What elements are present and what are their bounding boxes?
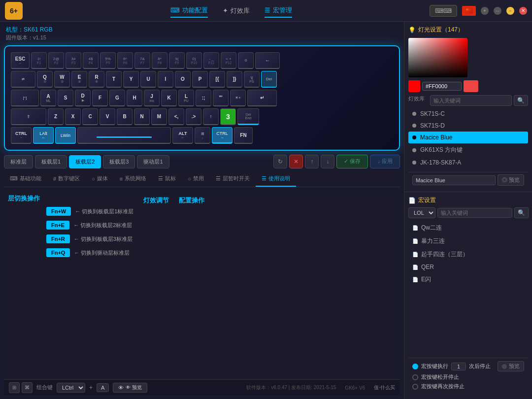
key-g[interactable]: G: [109, 90, 125, 106]
func-tab-numpad[interactable]: # 数字键区: [47, 171, 86, 187]
func-tab-basic[interactable]: ⌨ 基础功能: [4, 171, 47, 187]
key-up[interactable]: ↑: [203, 108, 219, 125]
preview-button[interactable]: 👁 👁 预览: [113, 383, 147, 393]
color-gradient[interactable]: [408, 38, 467, 77]
key-esc[interactable]: ESC~: [11, 52, 30, 69]
key-ctrl-r[interactable]: CTRL→: [212, 127, 233, 144]
key-r[interactable]: R④: [89, 71, 104, 88]
upload-btn[interactable]: ↑: [305, 155, 319, 168]
effect-item-1[interactable]: SK71S-D: [408, 120, 528, 132]
key-z[interactable]: Z: [48, 108, 64, 125]
a-button[interactable]: A: [97, 383, 109, 392]
key-k[interactable]: K: [161, 90, 177, 106]
key-shift-l[interactable]: ⇑: [11, 108, 46, 125]
effect-item-4[interactable]: JK-178-SK87-A: [408, 157, 528, 168]
light-preview-btn[interactable]: ◎ 预览: [498, 174, 524, 186]
key-4[interactable]: 4$F4: [83, 52, 99, 69]
key-q[interactable]: Q①: [37, 71, 53, 88]
key-shift-r[interactable]: DelEnd: [237, 108, 259, 125]
close-btn[interactable]: ✕: [519, 7, 527, 15]
key-n[interactable]: N: [134, 108, 150, 125]
macro-item-0[interactable]: 📄 Qw二连: [408, 221, 528, 234]
mac-btn[interactable]: ⌘: [22, 382, 33, 393]
key-period[interactable]: .>: [186, 108, 201, 125]
key-x[interactable]: X: [65, 108, 81, 125]
key-7[interactable]: 7&F7: [134, 52, 150, 69]
key-v[interactable]: V: [100, 108, 115, 125]
macro-search-input[interactable]: [437, 208, 512, 218]
key-del-right[interactable]: ⚙: [238, 52, 254, 69]
nav-tab-light[interactable]: ✦ 灯效库: [223, 4, 250, 18]
layer-tab-3[interactable]: 板载层3: [103, 155, 135, 168]
layer-tab-standard[interactable]: 标准层: [4, 155, 33, 168]
key-pg-dn[interactable]: 3: [220, 108, 236, 125]
key-1[interactable]: 1!F1: [31, 52, 47, 69]
key-l[interactable]: LPU: [178, 90, 194, 106]
key-fn[interactable]: FN: [234, 127, 253, 144]
key-m[interactable]: M: [151, 108, 167, 125]
key-8[interactable]: 8*F8: [152, 52, 167, 69]
effect-item-3[interactable]: GK61XS 方向键: [408, 143, 528, 157]
count-input[interactable]: [451, 363, 466, 370]
func-tab-system[interactable]: ≡ 系统网络: [114, 171, 152, 187]
key-backspace[interactable]: ←: [255, 52, 280, 69]
macro-item-4[interactable]: 📄 E闪: [408, 273, 528, 286]
key-t[interactable]: T: [106, 71, 122, 88]
macro-search-btn[interactable]: 🔍: [514, 207, 529, 218]
effect-item-0[interactable]: SK71S-C: [408, 108, 528, 120]
key-u[interactable]: U: [140, 71, 156, 88]
key-y[interactable]: Y: [123, 71, 139, 88]
key-tab[interactable]: ⇌: [11, 71, 35, 88]
key-caps[interactable]: [^]: [11, 90, 39, 106]
minimize-btn[interactable]: －: [506, 7, 514, 15]
func-tab-mouse[interactable]: ☰ 鼠标: [152, 171, 182, 187]
effect-item-2[interactable]: Macice Blue: [408, 132, 528, 143]
func-tab-disable[interactable]: ○ 禁用: [182, 171, 210, 187]
key-bracket-r[interactable]: ]}: [227, 71, 242, 88]
key-9[interactable]: 9(F9: [169, 52, 185, 69]
download-btn[interactable]: ↓: [321, 155, 334, 168]
add-btn[interactable]: +: [481, 7, 489, 15]
key-6[interactable]: 6^F6: [117, 52, 133, 69]
macro-category-select[interactable]: LOL: [408, 207, 435, 218]
key-lwin[interactable]: LWin: [55, 127, 76, 144]
key-a[interactable]: AML: [40, 90, 56, 106]
macro-item-1[interactable]: 📄 暴力三连: [408, 234, 528, 248]
key-enter[interactable]: ↵: [247, 90, 277, 106]
key-w[interactable]: W②: [54, 71, 70, 88]
key-b[interactable]: B: [117, 108, 133, 125]
key-del2[interactable]: Del: [261, 71, 277, 88]
windows-btn[interactable]: ⊞: [9, 382, 20, 393]
refresh-btn[interactable]: ↻: [273, 155, 287, 168]
key-backslash[interactable]: \|PS: [244, 71, 260, 88]
effect-item-5[interactable]: JK-178-SK87-B: [408, 168, 528, 172]
nav-tab-function[interactable]: ⌨ 功能配置: [170, 4, 208, 18]
color-confirm-btn[interactable]: [464, 80, 478, 92]
keyboard-device-btn[interactable]: ⌨⌨: [430, 5, 457, 17]
layer-tab-driver[interactable]: 驱动层1: [137, 155, 169, 168]
radio-execute[interactable]: [412, 364, 418, 369]
key-lalt[interactable]: LAlt↔: [33, 127, 54, 144]
key-semicolon[interactable]: :;: [196, 90, 211, 106]
key-0[interactable]: 0)F10: [186, 52, 202, 69]
func-tab-usage[interactable]: ☰ 使用说明: [256, 171, 296, 187]
light-search-btn[interactable]: 🔍: [514, 95, 528, 106]
key-comma[interactable]: <,: [168, 108, 184, 125]
language-flag[interactable]: 🇨🇳: [462, 6, 476, 16]
layer-tab-2[interactable]: 板载层2: [69, 155, 101, 168]
key-space[interactable]: [77, 127, 171, 144]
key-minus[interactable]: - _F11: [203, 52, 219, 69]
key-e[interactable]: E③: [71, 71, 87, 88]
radio-toggle[interactable]: [412, 374, 418, 380]
key-p[interactable]: P: [192, 71, 208, 88]
macro-preview-btn[interactable]: ◎ 预览: [498, 361, 524, 371]
nav-tab-macro[interactable]: ☰ 宏管理: [265, 4, 292, 18]
key-ralt[interactable]: ALT←: [172, 127, 193, 144]
hex-input[interactable]: [422, 82, 462, 91]
key-s[interactable]: S: [58, 90, 73, 106]
key-light-up[interactable]: ☀+: [230, 90, 246, 106]
key-fn-mid[interactable]: ⊞↓: [195, 127, 210, 144]
apply-button[interactable]: ↓ 应用: [370, 155, 400, 168]
save-button[interactable]: ✓ 保存: [336, 155, 368, 168]
key-quote[interactable]: "': [213, 90, 229, 106]
